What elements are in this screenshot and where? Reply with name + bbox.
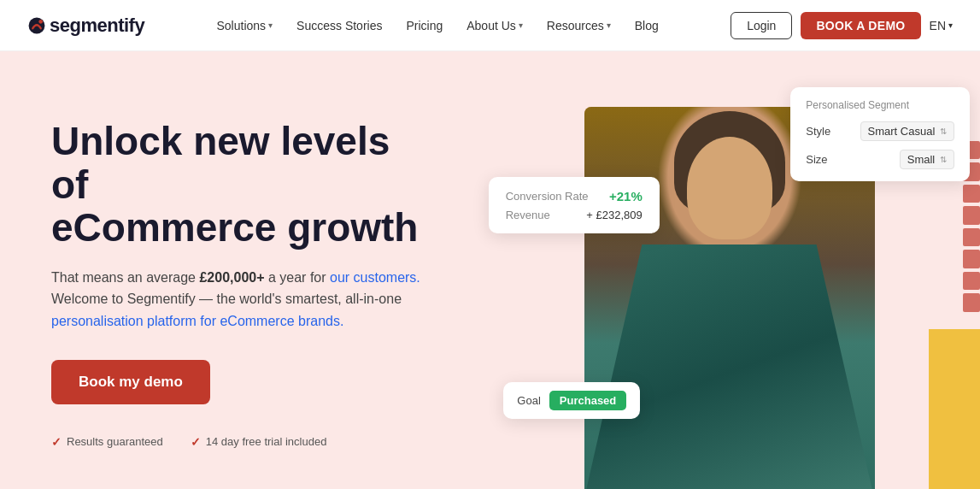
login-button[interactable]: Login [731, 12, 792, 39]
main-nav: Solutions ▾ Success Stories Pricing Abou… [208, 14, 666, 38]
conversion-rate-label: Conversion Rate [506, 190, 589, 203]
chevron-down-icon: ▾ [519, 21, 523, 30]
size-row: Size Small ⇅ [806, 150, 954, 169]
hero-heading: Unlock new levels of eCommerce growth [51, 120, 427, 250]
size-value: Small [907, 153, 936, 166]
revenue-value: + £232,809 [586, 209, 642, 221]
conversion-rate-card: Conversion Rate +21% Revenue + £232,809 [489, 177, 660, 233]
style-row: Style Smart Casual ⇅ [806, 121, 954, 141]
hero-left: Unlock new levels of eCommerce growth Th… [0, 51, 478, 489]
logo-icon [27, 16, 46, 35]
segment-card-title: Personalised Segment [806, 99, 954, 111]
revenue-row: Revenue + £232,809 [506, 209, 643, 221]
style-value: Smart Casual [868, 125, 936, 138]
svg-point-1 [38, 19, 43, 23]
goal-card: Goal Purchased [503, 382, 640, 419]
check-icon: ✓ [51, 435, 62, 449]
logo-text: segmentify [50, 15, 144, 37]
chevron-down-icon: ▾ [948, 21, 953, 30]
nav-item-success-stories[interactable]: Success Stories [288, 14, 390, 38]
language-selector[interactable]: EN ▾ [930, 19, 953, 32]
chevron-down-icon: ▾ [607, 21, 611, 30]
logo[interactable]: segmentify [27, 15, 144, 37]
nav-item-pricing[interactable]: Pricing [397, 14, 451, 38]
purchased-badge: Purchased [549, 391, 626, 410]
nav-item-solutions[interactable]: Solutions ▾ [208, 14, 281, 38]
hero-subtext: That means an average £200,000+ a year f… [51, 267, 427, 333]
nav-item-resources[interactable]: Resources ▾ [538, 14, 619, 38]
goal-label: Goal [517, 394, 540, 407]
yellow-accent-decoration [929, 329, 980, 489]
personalised-segment-card: Personalised Segment Style Smart Casual … [790, 87, 970, 181]
size-label: Size [806, 153, 827, 166]
book-demo-button[interactable]: BOOK A DEMO [801, 12, 920, 39]
chevron-updown-icon: ⇅ [940, 155, 947, 164]
hero-badges: ✓ Results guaranteed ✓ 14 day free trial… [51, 435, 427, 449]
conversion-rate-value: +21% [609, 189, 643, 203]
hero-right: Conversion Rate +21% Revenue + £232,809 … [478, 51, 980, 489]
check-icon: ✓ [191, 435, 201, 449]
size-dropdown[interactable]: Small ⇅ [900, 150, 955, 169]
style-dropdown[interactable]: Smart Casual ⇅ [860, 121, 955, 141]
header: segmentify Solutions ▾ Success Stories P… [0, 0, 980, 51]
book-my-demo-button[interactable]: Book my demo [51, 360, 210, 404]
revenue-label: Revenue [506, 209, 550, 221]
chevron-updown-icon: ⇅ [940, 127, 947, 136]
style-label: Style [806, 125, 830, 138]
header-actions: Login BOOK A DEMO EN ▾ [731, 12, 953, 39]
chevron-down-icon: ▾ [268, 21, 273, 30]
nav-item-blog[interactable]: Blog [626, 14, 667, 38]
badge-results-guaranteed: ✓ Results guaranteed [51, 435, 163, 449]
badge-free-trial: ✓ 14 day free trial included [191, 435, 327, 449]
hero-section: Unlock new levels of eCommerce growth Th… [0, 51, 980, 489]
nav-item-about-us[interactable]: About Us ▾ [458, 14, 531, 38]
conversion-rate-row: Conversion Rate +21% [506, 189, 643, 203]
